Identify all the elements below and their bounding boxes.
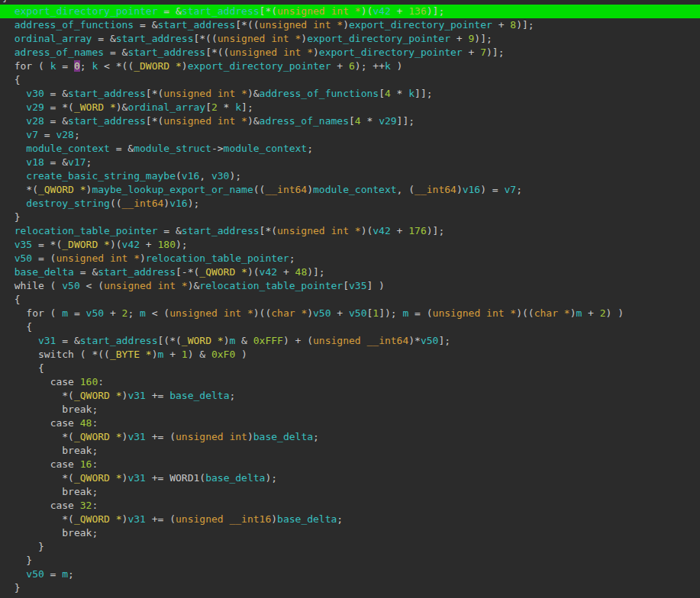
code-line-26[interactable]: v31 = &start_address[(*(_WORD *)m & 0xFF…: [2, 334, 700, 348]
code-line-17[interactable]: }: [2, 211, 700, 224]
code-line-38[interactable]: case 32:: [2, 499, 700, 513]
code-token-num: 1: [182, 349, 188, 360]
code-token-pun: ) + (: [283, 335, 313, 346]
code-token-pun: )(: [361, 225, 373, 236]
code-token-pun: {: [15, 74, 21, 85]
code-line-27[interactable]: switch ( *((_BYTE *)m + 1) & 0xF0 ): [2, 348, 700, 362]
code-line-24[interactable]: for ( m = v50 + 2; m < (unsigned int *)(…: [2, 307, 700, 320]
code-token-num: 6: [349, 60, 355, 72]
code-line-7[interactable]: {: [2, 73, 700, 87]
code-token-pun: ]);: [379, 307, 402, 319]
code-token-pun: *(: [62, 390, 74, 401]
code-token-pun: = &: [158, 5, 182, 17]
code-line-22[interactable]: while ( v50 < (unsigned int *)&relocatio…: [2, 279, 700, 293]
code-line-42[interactable]: }: [2, 554, 700, 567]
code-token-pun: [: [343, 280, 349, 291]
code-token-pun: *(: [62, 431, 74, 442]
code-token-id: export_directory_pointer: [15, 5, 158, 17]
code-token-pun: }: [38, 541, 44, 552]
code-line-11[interactable]: v7 = v28;: [2, 128, 700, 142]
code-token-pun: case: [50, 500, 80, 511]
code-line-39[interactable]: *(_QWORD *)v31 += (unsigned __int16)base…: [2, 513, 700, 526]
code-line-23[interactable]: {: [2, 293, 700, 307]
code-line-40[interactable]: break;: [2, 526, 700, 540]
code-token-pun: }: [15, 211, 21, 223]
code-area[interactable]: } export_directory_pointer = &start_addr…: [0, 0, 700, 595]
code-token-pun: switch ( *((: [38, 349, 110, 360]
code-token-pun: case: [50, 417, 80, 429]
code-token-pun: += (: [146, 513, 176, 525]
code-token-pun: ] ): [366, 280, 384, 291]
code-token-pun: = (: [408, 307, 432, 319]
code-token-pun: , (: [397, 184, 415, 195]
code-line-25[interactable]: {: [2, 320, 700, 334]
code-token-mac: _BYTE *: [110, 349, 152, 360]
code-token-id: m: [62, 568, 68, 580]
code-line-15[interactable]: *(_QWORD *)maybe_lookup_export_or_name((…: [2, 183, 700, 197]
code-line-13[interactable]: v18 = &v17;: [2, 156, 700, 169]
code-token-id: create_basic_string_maybe: [26, 170, 176, 182]
indent: [2, 88, 26, 99]
code-line-31[interactable]: break;: [2, 403, 700, 416]
code-token-num: 7: [480, 47, 486, 58]
code-token-mac: _DWORD *: [62, 239, 110, 250]
indent: [2, 582, 15, 593]
indent: [2, 266, 15, 278]
code-line-14[interactable]: create_basic_string_maybe(v16, v30);: [2, 169, 700, 183]
code-token-pun: ]];: [397, 115, 415, 127]
indent: [2, 445, 62, 456]
code-token-kw: __int64: [265, 184, 307, 195]
code-line-19[interactable]: v35 = *(_DWORD *)(v42 + 180);: [2, 238, 700, 252]
code-token-pun: ;: [229, 390, 235, 401]
code-token-id: module_struct: [134, 143, 211, 154]
indent: [2, 362, 38, 374]
code-token-id: export_directory_pointer: [307, 33, 450, 44]
code-line-29[interactable]: case 160:: [2, 375, 700, 389]
code-line-9[interactable]: v29 = *(_WORD *)&ordinal_array[2 * k];: [2, 101, 700, 114]
code-line-33[interactable]: *(_QWORD *)v31 += (unsigned int)base_del…: [2, 430, 700, 444]
code-token-pun: :: [92, 417, 98, 429]
code-line-2[interactable]: export_directory_pointer = &start_addres…: [0, 5, 700, 18]
code-line-37[interactable]: break;: [2, 485, 700, 499]
code-line-36[interactable]: *(_QWORD *)v31 += WORD1(base_delta);: [2, 471, 700, 485]
code-line-28[interactable]: {: [2, 362, 700, 375]
code-token-pun: [(*(: [158, 335, 182, 346]
code-token-kw: unsigned int *: [169, 307, 253, 319]
code-line-12[interactable]: module_context = &module_struct->module_…: [2, 142, 700, 156]
code-line-35[interactable]: case 16:: [2, 458, 700, 471]
code-token-id: start_address: [68, 88, 146, 99]
indent: [2, 555, 26, 566]
code-line-41[interactable]: }: [2, 540, 700, 554]
code-line-6[interactable]: for ( k = 0; k < *((_DWORD *)export_dire…: [2, 59, 700, 73]
code-line-21[interactable]: base_delta = &start_address[-*(_QWORD *)…: [2, 265, 700, 279]
indent: [2, 60, 15, 72]
code-line-3[interactable]: address_of_functions = &start_address[*(…: [2, 18, 700, 32]
code-line-16[interactable]: destroy_string((__int64)v16);: [2, 197, 700, 211]
code-line-5[interactable]: adress_of_names = &start_address[*((unsi…: [2, 46, 700, 59]
code-token-pun: = &: [134, 19, 157, 31]
code-token-kw: unsigned int *: [277, 5, 361, 17]
code-line-44[interactable]: }: [2, 581, 700, 595]
code-token-pun: )(: [361, 5, 373, 17]
code-token-id: m: [140, 307, 146, 319]
code-token-pun: ;: [80, 60, 92, 72]
code-token-id: v42: [373, 5, 390, 17]
indent: [2, 5, 15, 17]
code-token-id: v29: [379, 115, 396, 127]
code-line-10[interactable]: v28 = &start_address[*(unsigned int *)&a…: [2, 114, 700, 128]
code-token-pun: += (: [146, 431, 176, 442]
code-token-pun: );: [265, 472, 277, 484]
code-line-30[interactable]: *(_QWORD *)v31 += base_delta;: [2, 389, 700, 403]
code-line-18[interactable]: relocation_table_pointer = &start_addres…: [2, 224, 700, 238]
indent: [2, 568, 26, 580]
code-token-mac: _QWORD *: [199, 266, 247, 278]
code-line-20[interactable]: v50 = (unsigned int *)relocation_table_p…: [2, 252, 700, 265]
code-line-8[interactable]: v30 = &start_address[*(unsigned int *)&a…: [2, 87, 700, 101]
code-token-id: v31: [127, 390, 145, 401]
code-line-4[interactable]: ordinal_array = &start_address[*((unsign…: [2, 32, 700, 46]
code-token-pun: = &: [158, 225, 182, 236]
code-token-id: k: [385, 60, 391, 72]
code-line-32[interactable]: case 48:: [2, 416, 700, 430]
code-line-43[interactable]: v50 = m;: [2, 567, 700, 581]
code-line-34[interactable]: break;: [2, 444, 700, 458]
